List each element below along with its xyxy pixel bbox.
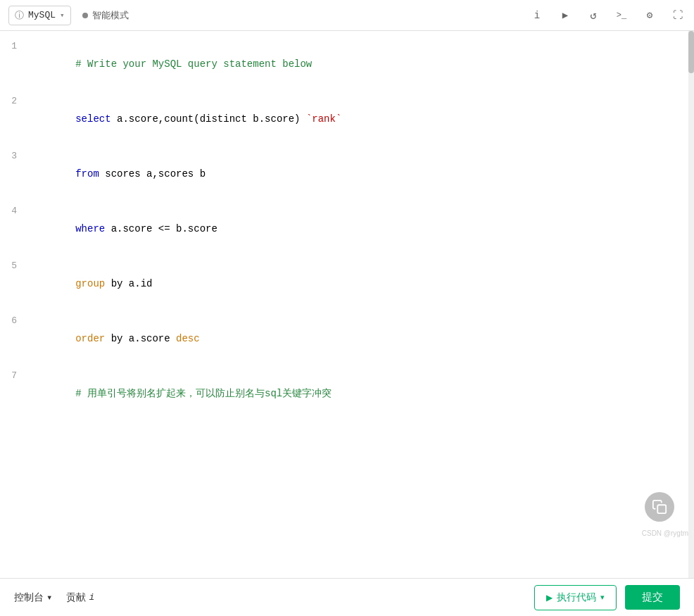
fullscreen-icon[interactable]: ⛶ <box>670 8 686 23</box>
code-line-7: 7 # 用单引号将别名扩起来，可以防止别名与sql关键字冲突 <box>0 366 694 421</box>
execute-chevron-icon: ▾ <box>600 593 605 602</box>
kw-order: order <box>75 333 105 344</box>
info-icon[interactable]: i <box>529 8 545 23</box>
line-number-6: 6 <box>0 312 28 330</box>
console-button[interactable]: 控制台 ▾ <box>14 591 52 604</box>
code-line-4: 4 where a.score <= b.score <box>0 201 694 256</box>
line-content-6: order by a.score desc <box>28 311 694 366</box>
where-condition: a.score <= b.score <box>105 223 217 234</box>
rank-alias: `rank` <box>306 113 341 125</box>
chinese-comment: # 用单引号将别名扩起来，可以防止别名与sql关键字冲突 <box>75 388 332 399</box>
contribute-italic: i <box>89 592 94 603</box>
copy-icon <box>652 499 667 515</box>
select-fields: a.score,count(distinct b.score) <box>111 113 306 125</box>
bottom-bar: 控制台 ▾ 贡献 i ▶ 执行代码 ▾ 提交 <box>0 578 694 616</box>
smart-mode-dot <box>82 13 88 18</box>
code-area[interactable]: 1 # Write your MySQL query statement bel… <box>0 31 694 578</box>
line-number-3: 3 <box>0 147 28 165</box>
toolbar-right: i ▶ ↺ >_ ⚙ ⛶ <box>529 8 686 23</box>
db-selector[interactable]: ⓘ MySQL ▾ <box>8 6 71 25</box>
line-content-7: # 用单引号将别名扩起来，可以防止别名与sql关键字冲突 <box>28 366 694 421</box>
line-number-1: 1 <box>0 37 28 56</box>
scrollbar-thumb[interactable] <box>688 31 694 73</box>
console-chevron: ▾ <box>46 591 52 603</box>
contribute-button[interactable]: 贡献 i <box>66 591 94 604</box>
kw-select: select <box>75 113 111 125</box>
editor-container: 1 # Write your MySQL query statement bel… <box>0 31 694 578</box>
execute-play-icon: ▶ <box>546 593 553 603</box>
smart-mode-label: 智能模式 <box>92 9 129 22</box>
code-line-3: 3 from scores a,scores b <box>0 146 694 201</box>
line-number-5: 5 <box>0 257 28 275</box>
svg-rect-0 <box>657 505 666 513</box>
run-icon[interactable]: ▶ <box>557 8 573 23</box>
line-content-2: select a.score,count(distinct b.score) `… <box>28 92 694 146</box>
scrollbar[interactable] <box>688 31 694 578</box>
settings-icon[interactable]: ⚙ <box>642 8 657 23</box>
line-content-4: where a.score <= b.score <box>28 201 694 256</box>
refresh-icon[interactable]: ↺ <box>586 8 601 23</box>
line-number-2: 2 <box>0 92 28 111</box>
terminal-icon[interactable]: >_ <box>614 8 629 23</box>
smart-mode: 智能模式 <box>82 9 129 22</box>
from-tables: scores a,scores b <box>99 168 206 180</box>
copy-button[interactable] <box>645 492 674 522</box>
submit-button[interactable]: 提交 <box>625 585 680 610</box>
execute-button[interactable]: ▶ 执行代码 ▾ <box>534 585 617 610</box>
toolbar: ⓘ MySQL ▾ 智能模式 i ▶ ↺ >_ ⚙ ⛶ <box>0 0 694 31</box>
kw-from: from <box>75 168 99 180</box>
kw-group: group <box>75 278 105 289</box>
console-label: 控制台 <box>14 591 44 604</box>
line-content-1: # Write your MySQL query statement below <box>28 37 694 92</box>
kw-where: where <box>75 223 105 234</box>
bottom-right: ▶ 执行代码 ▾ 提交 <box>534 585 680 610</box>
line-number-4: 4 <box>0 202 28 220</box>
comment-text: # Write your MySQL query statement below <box>75 58 312 70</box>
line-number-7: 7 <box>0 367 28 385</box>
order-by: by a.score <box>105 333 176 344</box>
code-line-1: 1 # Write your MySQL query statement bel… <box>0 37 694 92</box>
db-selector-label: MySQL <box>28 10 56 20</box>
code-line-6: 6 order by a.score desc <box>0 311 694 366</box>
group-by: by a.id <box>105 278 152 289</box>
line-content-3: from scores a,scores b <box>28 146 694 201</box>
db-selector-chevron: ▾ <box>60 11 65 20</box>
kw-desc: desc <box>176 333 200 344</box>
db-info-icon: ⓘ <box>15 9 24 22</box>
code-line-5: 5 group by a.id <box>0 256 694 311</box>
contribute-label: 贡献 <box>66 591 86 604</box>
code-line-2: 2 select a.score,count(distinct b.score)… <box>0 92 694 146</box>
execute-label: 执行代码 <box>557 591 596 604</box>
line-content-5: group by a.id <box>28 256 694 311</box>
watermark: CSDN @rygtm <box>642 529 688 537</box>
